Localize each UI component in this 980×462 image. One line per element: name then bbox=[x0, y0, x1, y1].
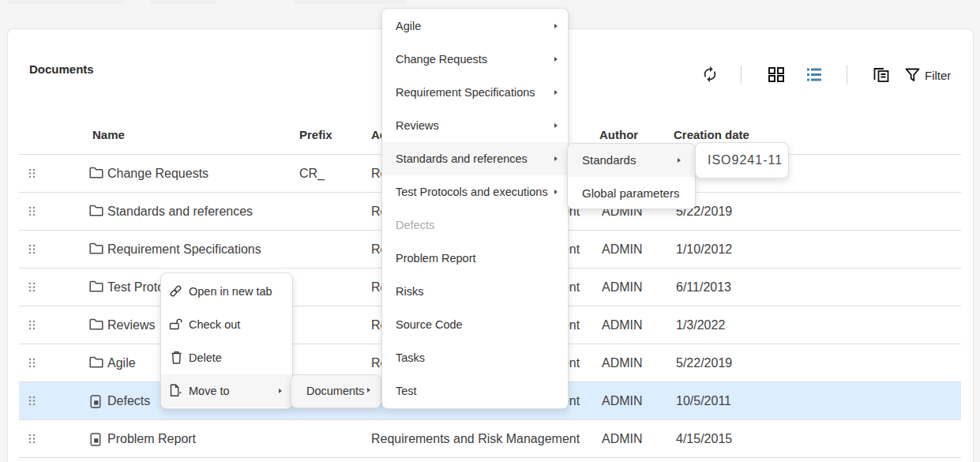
submenu-arrow-icon bbox=[367, 388, 370, 393]
trash-icon bbox=[171, 351, 182, 364]
menu-item-label: Agile bbox=[396, 20, 421, 32]
menu-item-standards[interactable]: Standards bbox=[568, 144, 695, 177]
drag-handle-icon[interactable] bbox=[28, 358, 36, 368]
menu-item-label: Problem Report bbox=[396, 252, 476, 265]
menu-item-source-code[interactable]: Source Code bbox=[382, 308, 568, 341]
row-author: ADMIN bbox=[602, 382, 643, 419]
folder-icon bbox=[89, 242, 103, 255]
filter-icon[interactable] bbox=[905, 68, 920, 82]
submenu-arrow-icon bbox=[554, 57, 558, 62]
documents-cascade-menu: Agile Change Requests Requirement Specif… bbox=[381, 8, 569, 409]
row-name[interactable]: Reviews bbox=[107, 306, 155, 344]
row-author: ADMIN bbox=[602, 269, 643, 306]
row-prefix: CR_ bbox=[299, 155, 325, 192]
submenu-arrow-icon bbox=[554, 156, 558, 161]
menu-item-label: Standards bbox=[582, 153, 636, 167]
submenu-arrow-icon bbox=[554, 190, 558, 194]
menu-item-test-protocols[interactable]: Test Protocols and executions bbox=[382, 175, 568, 208]
menu-item-documents[interactable]: Documents bbox=[291, 375, 381, 408]
menu-item-global-parameters[interactable]: Global parameters bbox=[568, 177, 695, 210]
menu-item-label: Source Code bbox=[396, 318, 463, 331]
menu-item-risks[interactable]: Risks bbox=[382, 275, 568, 308]
row-date: 10/5/2011 bbox=[676, 382, 731, 419]
row-name[interactable]: Requirement Specifications bbox=[107, 231, 261, 268]
unlock-icon bbox=[169, 317, 183, 331]
menu-item-open-in-new-tab[interactable]: Open in new tab bbox=[161, 275, 292, 308]
menu-item-reviews[interactable]: Reviews bbox=[382, 109, 568, 142]
filter-label[interactable]: Filter bbox=[925, 69, 951, 82]
column-header-author[interactable]: Author bbox=[599, 128, 638, 141]
menu-item-check-out[interactable]: Check out bbox=[161, 308, 292, 341]
row-date: 1/10/2012 bbox=[676, 231, 732, 268]
move-document-icon bbox=[169, 384, 183, 397]
column-header-prefix[interactable]: Prefix bbox=[299, 128, 332, 141]
list-view-icon[interactable] bbox=[806, 67, 822, 82]
menu-item-label: Test bbox=[396, 385, 417, 397]
row-date: 5/22/2019 bbox=[676, 344, 732, 381]
folder-icon bbox=[89, 167, 103, 179]
menu-item-test[interactable]: Test bbox=[382, 374, 568, 408]
drag-handle-icon[interactable] bbox=[28, 244, 36, 254]
menu-item-label: Standards and references bbox=[396, 152, 528, 165]
drag-handle-icon[interactable] bbox=[28, 282, 36, 292]
drag-handle-icon[interactable] bbox=[28, 320, 36, 330]
menu-item-tasks[interactable]: Tasks bbox=[382, 341, 568, 374]
menu-item-label: Change Requests bbox=[396, 53, 487, 66]
link-icon bbox=[169, 284, 182, 298]
row-name[interactable]: Change Requests bbox=[107, 155, 208, 192]
drag-handle-icon[interactable] bbox=[28, 206, 36, 216]
grid-view-icon[interactable] bbox=[768, 67, 784, 82]
context-menu: Open in new tab Check out Delete Move to bbox=[160, 272, 293, 409]
row-name[interactable]: Defects bbox=[107, 382, 150, 419]
document-icon bbox=[90, 395, 101, 408]
drag-handle-icon[interactable] bbox=[28, 396, 36, 406]
menu-item-label: Requirement Specifications bbox=[396, 86, 535, 99]
move-to-submenu: Documents bbox=[291, 374, 381, 408]
submenu-arrow-icon bbox=[678, 158, 681, 163]
menu-item-agile[interactable]: Agile bbox=[382, 9, 568, 43]
top-ghost-tab-1 bbox=[7, 0, 125, 4]
row-author: ADMIN bbox=[602, 306, 643, 344]
row-name[interactable]: Problem Report bbox=[107, 420, 196, 457]
menu-item-label: Reviews bbox=[396, 119, 439, 132]
row-name[interactable]: Agile bbox=[107, 344, 136, 381]
row-date: 4/15/2015 bbox=[676, 420, 732, 457]
menu-item-problem-report[interactable]: Problem Report bbox=[382, 242, 568, 275]
drag-handle-icon[interactable] bbox=[28, 168, 36, 178]
toolbar-divider-2 bbox=[847, 66, 847, 85]
column-header-creation-date[interactable]: Creation date bbox=[674, 128, 749, 141]
menu-item-label: ISO9241-11 bbox=[708, 153, 783, 167]
table-row-problem-report[interactable]: Problem Report Requirements and Risk Man… bbox=[19, 420, 961, 458]
page-title: Documents bbox=[29, 62, 94, 76]
menu-item-iso9241-11[interactable]: ISO9241-11 bbox=[696, 143, 788, 178]
top-ghost-tab-2 bbox=[150, 0, 216, 4]
sync-icon[interactable] bbox=[701, 66, 719, 83]
menu-item-change-requests[interactable]: Change Requests bbox=[382, 43, 568, 76]
submenu-arrow-icon bbox=[554, 123, 558, 128]
standards-submenu: Standards Global parameters bbox=[567, 143, 696, 209]
menu-item-label: Global parameters bbox=[582, 186, 679, 200]
menu-item-label: Open in new tab bbox=[189, 285, 272, 298]
menu-item-label: Risks bbox=[396, 285, 423, 298]
row-date: 1/3/2022 bbox=[676, 306, 725, 344]
row-author: ADMIN bbox=[602, 420, 643, 457]
submenu-arrow-icon bbox=[554, 24, 558, 28]
iso-submenu: ISO9241-11 bbox=[695, 142, 789, 178]
menu-item-standards-and-references[interactable]: Standards and references bbox=[382, 142, 568, 175]
menu-item-requirement-specifications[interactable]: Requirement Specifications bbox=[382, 76, 568, 109]
row-name[interactable]: Standards and references bbox=[107, 193, 253, 230]
folder-icon bbox=[89, 318, 103, 331]
menu-item-move-to[interactable]: Move to bbox=[161, 374, 292, 408]
folder-icon bbox=[89, 205, 103, 217]
top-ghost-tab-3 bbox=[294, 0, 407, 4]
column-header-name[interactable]: Name bbox=[92, 128, 125, 141]
drag-handle-icon[interactable] bbox=[28, 434, 36, 444]
menu-item-defects: Defects bbox=[382, 208, 568, 242]
menu-item-label: Check out bbox=[189, 318, 240, 331]
folder-icon bbox=[89, 356, 103, 369]
menu-item-delete[interactable]: Delete bbox=[161, 341, 292, 374]
duplicate-icon[interactable] bbox=[873, 66, 891, 84]
menu-item-label: Test Protocols and executions bbox=[396, 186, 548, 198]
menu-item-label: Delete bbox=[189, 351, 222, 364]
submenu-arrow-icon bbox=[279, 389, 282, 393]
